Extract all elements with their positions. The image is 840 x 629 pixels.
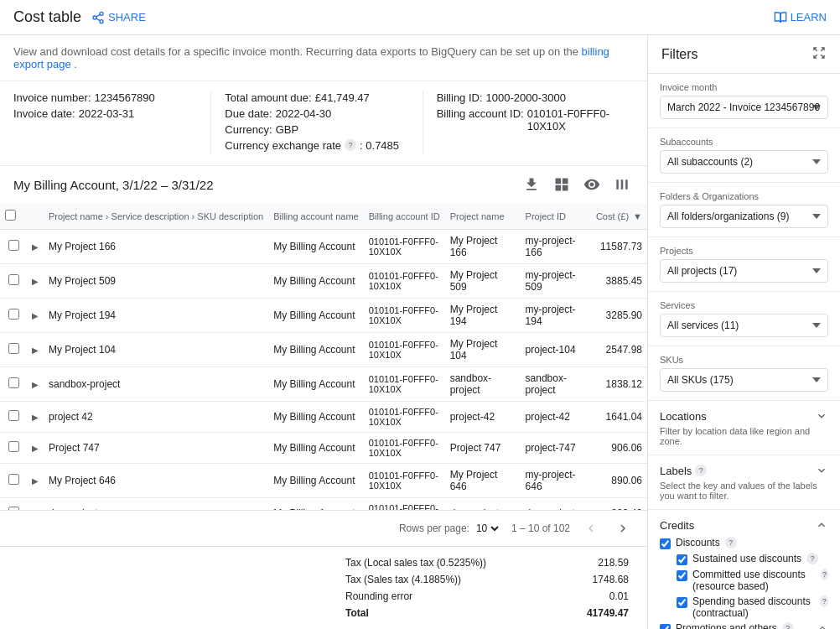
row-checkbox[interactable] [8,474,19,485]
row-expand-button[interactable]: ▶ [32,380,39,389]
invoice-currency-value: GBP [276,123,298,136]
row-expand-button[interactable]: ▶ [32,242,39,252]
next-page-button[interactable] [612,517,634,539]
row-project-id: my-project-166 [521,230,591,264]
collapse-sidebar-button[interactable] [811,45,827,63]
committed-use-label: Committed use discounts (resource based) [692,569,816,592]
row-expand-cell: ▶ [27,299,44,333]
row-project-id: dev-project [521,498,591,511]
row-checkbox[interactable] [8,377,19,388]
sidebar-header: Filters [648,35,840,74]
summary-label: Rounding error [342,589,559,604]
learn-button[interactable]: LEARN [774,11,827,24]
pagination: Rows per page: 10 25 50 1 – 10 of 102 [0,510,647,546]
row-checkbox-cell [0,299,27,333]
row-expand-button[interactable]: ▶ [32,311,39,320]
chevron-left-icon [583,521,599,536]
table-row: ▶ My Project 646 My Billing Account 0101… [0,464,647,498]
row-project-id: sandbox-project [521,367,591,402]
table-row: ▶ My Project 104 My Billing Account 0101… [0,333,647,367]
labels-title: Labels [660,465,692,477]
share-button[interactable]: SHARE [91,11,146,24]
rows-per-page-select[interactable]: 10 25 50 [473,522,501,535]
invoice-duedate-value: 2022-04-30 [276,107,332,120]
row-expand-button[interactable]: ▶ [32,444,39,453]
row-checkbox[interactable] [8,441,19,452]
row-billing-account-id: 010101-F0FFF0-10X10X [364,333,445,367]
labels-header[interactable]: Labels ? [660,464,828,477]
row-cost: 906.06 [591,433,647,464]
th-cost[interactable]: Cost (£) ▼ [591,203,647,230]
table-view-button[interactable] [550,173,573,196]
row-checkbox[interactable] [8,343,19,354]
description-bar: View and download cost details for a spe… [0,35,647,81]
row-expand-cell: ▶ [27,498,44,511]
projects-label: Projects [660,246,828,256]
row-cost: 890.06 [591,464,647,498]
description-end: . [74,58,77,70]
sustained-use-checkbox[interactable] [677,554,687,565]
select-all-checkbox[interactable] [5,210,16,221]
services-select[interactable]: All services (11) [660,314,828,337]
row-expand-button[interactable]: ▶ [32,277,39,286]
row-project-name-col: My Project 509 [445,264,521,299]
locations-desc: Filter by location data like region and … [660,426,828,446]
skus-select[interactable]: All SKUs (175) [660,368,828,392]
row-billing-account-id: 010101-F0FFF0-10X10X [364,367,445,402]
row-checkbox[interactable] [8,274,19,285]
table-row: ▶ Project 747 My Billing Account 010101-… [0,433,647,464]
projects-select[interactable]: All projects (17) [660,259,828,283]
row-project-id: my-project-509 [521,264,591,299]
download-button[interactable] [520,173,543,196]
row-expand-button[interactable]: ▶ [32,476,39,486]
invoice-col-left: Invoice number: 1234567890 Invoice date:… [13,91,210,155]
row-checkbox[interactable] [8,309,19,320]
summary-row: Rounding error 0.01 [342,589,632,604]
row-expand-button[interactable]: ▶ [32,346,39,355]
columns-button[interactable] [610,173,634,196]
row-project-id: project-104 [521,333,591,367]
th-project-name: Project name › Service description › SKU… [44,203,268,230]
row-project-name: My Project 104 [44,333,268,367]
subaccounts-select[interactable]: All subaccounts (2) [660,150,828,174]
invoice-col-right: Billing ID: 1000-2000-3000 Billing accou… [423,91,634,155]
th-billing-account-id: Billing account ID [364,203,445,230]
committed-use-checkbox[interactable] [677,570,687,581]
folders-orgs-select[interactable]: All folders/organizations (9) [660,205,828,228]
row-project-name: project 42 [44,402,268,433]
prev-page-button[interactable] [580,517,602,539]
spending-based-checkbox[interactable] [677,597,687,608]
invoice-month-select[interactable]: March 2022 - Invoice 1234567890 [660,96,828,119]
locations-header[interactable]: Locations [660,409,828,423]
top-bar: Cost table SHARE LEARN [0,0,840,35]
visibility-button[interactable] [580,173,604,196]
filter-subaccounts: Subaccounts All subaccounts (2) [648,128,840,183]
columns-icon [614,176,630,193]
row-project-name: dev project [44,498,268,511]
row-checkbox[interactable] [8,240,19,251]
invoice-number-value: 1234567890 [95,91,155,104]
row-expand-button[interactable]: ▶ [32,413,39,422]
discounts-checkbox[interactable] [660,538,671,549]
table-container: Project name › Service description › SKU… [0,203,647,510]
table-head: Project name › Service description › SKU… [0,203,647,230]
invoice-billingaccount-row: Billing account ID: 010101-F0FFF0-10X10X [437,107,634,133]
row-expand-cell: ▶ [27,230,44,264]
summary-table: Tax (Local sales tax (0.5235%)) 218.59 T… [340,554,634,622]
help-icon-labels: ? [695,465,707,476]
promotions-others-checkbox[interactable] [660,624,671,629]
row-billing-account-id: 010101-F0FFF0-10X10X [364,498,445,511]
invoice-number-label: Invoice number: [13,91,91,104]
chevron-up-icon-credits [815,518,828,532]
row-checkbox[interactable] [8,410,19,421]
summary-row: Tax (Local sales tax (0.5235%)) 218.59 [342,555,632,570]
chevron-down-icon [815,409,828,423]
page-title: Cost table [13,8,81,26]
credits-header: Credits [660,518,828,532]
row-project-name-col: My Project 194 [445,299,521,333]
row-billing-account-id: 010101-F0FFF0-10X10X [364,264,445,299]
row-project-name: sandbox-project [44,367,268,402]
invoice-date-label: Invoice date: [13,107,75,120]
row-cost: 800.40 [591,498,647,511]
summary-value: 218.59 [561,555,632,570]
